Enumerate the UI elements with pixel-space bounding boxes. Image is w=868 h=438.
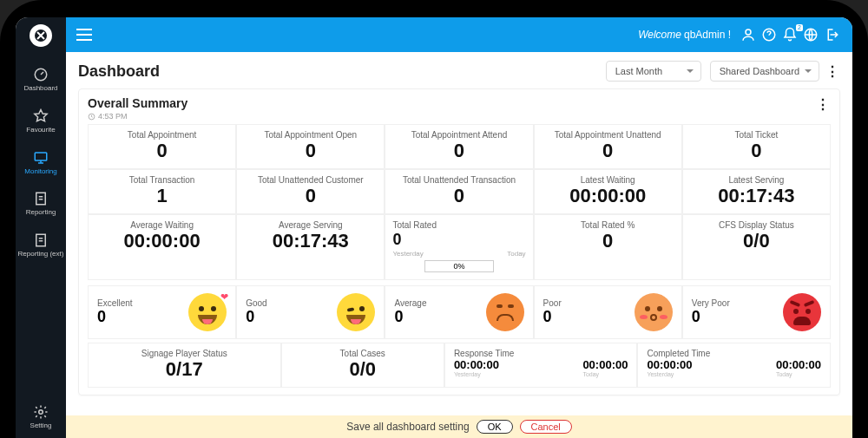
svg-point-5 [39,410,43,415]
svg-point-6 [746,29,751,35]
app-logo [30,24,52,47]
rated-progress: 0% [424,260,494,272]
stat-cell: Signage Player Status0/17 [88,343,281,388]
sidebar-item-label: Setting [30,422,52,430]
face-good-icon [337,293,375,331]
stat-cell: Total Appointment Unattend0 [534,124,682,169]
save-bar: Save all dashboard setting OK Cancel [66,415,852,438]
stat-cell-response-time: Response Time 00:00:00Yesterday 00:00:00… [444,343,638,388]
stat-cell: CFS Display Status0/0 [682,214,831,280]
sidebar-item-label: Dashboard [23,85,57,93]
sidebar-item-setting[interactable]: Setting [16,396,66,438]
feedback-poor: Poor0 [534,285,682,339]
overall-summary-card: Overall Summary 4:53 PM ⋮ Total Appointm… [78,88,840,396]
help-icon [761,27,777,42]
face-poor-icon [635,293,673,331]
stat-cell: Total Appointment Open0 [236,124,385,169]
svg-rect-2 [35,153,47,160]
feedback-row: Excellent0 ❤ Good0 Average0 Poor0 [88,285,831,339]
sidebar-item-reporting-ext[interactable]: Reporting (ext) [16,225,66,266]
cancel-button[interactable]: Cancel [520,420,572,434]
logout-button[interactable] [821,27,842,42]
card-menu-button[interactable]: ⋮ [815,96,831,113]
monitor-icon [33,150,49,166]
welcome-text: WelcomeqbAdmin ! [638,29,731,41]
sidebar-item-label: Reporting [26,209,56,217]
summary-row-3: Average Waiting00:00:00 Average Serving0… [88,214,831,280]
gauge-icon [33,67,49,82]
stat-cell: Total Appointment Attend0 [385,124,533,169]
gear-icon [33,404,49,420]
stat-cell: Total Ticket0 [682,124,831,169]
stat-cell: Average Serving00:17:43 [236,214,385,280]
user-icon [740,27,756,42]
menu-icon [76,29,92,41]
face-very-poor-icon [783,293,821,331]
card-timestamp: 4:53 PM [88,112,187,121]
summary-row-5: Signage Player Status0/17 Total Cases0/0… [88,343,831,388]
summary-row-2: Total Transaction1 Total Unattended Cust… [88,169,831,214]
globe-icon [803,27,819,42]
stat-cell: Total Rated %0 [534,214,682,280]
stat-cell: Average Waiting00:00:00 [88,214,236,280]
stat-cell-completed-time: Completed Time 00:00:00Yesterday 00:00:0… [637,343,831,388]
clock-icon [88,113,95,121]
page-title: Dashboard [78,62,160,81]
summary-row-1: Total Appointment0 Total Appointment Ope… [88,124,831,169]
face-average-icon [486,293,524,331]
sidebar-item-dashboard[interactable]: Dashboard [16,59,66,101]
stat-cell: Latest Serving00:17:43 [682,169,831,214]
stat-cell-total-rated: Total Rated 0 YesterdayToday 0% [385,214,533,280]
view-dropdown[interactable]: Shared Dashboard [710,61,819,82]
globe-button[interactable] [800,27,821,42]
hamburger-button[interactable] [76,29,92,41]
notifications-button[interactable]: 2 [779,27,800,42]
stat-cell: Total Cases0/0 [281,343,444,388]
feedback-very-poor: Very Poor0 [682,285,831,339]
help-button[interactable] [759,27,779,42]
stat-cell: Latest Waiting00:00:00 [534,169,682,214]
logout-icon [824,27,839,42]
sidebar-item-favourite[interactable]: Favourite [16,101,66,142]
ok-button[interactable]: OK [477,420,513,434]
card-title: Overall Summary [88,96,187,110]
face-excellent-icon: ❤ [188,293,227,331]
feedback-excellent: Excellent0 ❤ [88,285,236,339]
sidebar-item-label: Reporting (ext) [18,251,64,258]
save-bar-text: Save all dashboard setting [346,421,469,433]
star-icon [33,108,49,124]
stat-cell: Total Appointment0 [88,124,236,169]
report-ext-icon [33,232,49,248]
page-menu-button[interactable]: ⋮ [825,63,840,80]
stat-cell: Total Unattended Transaction0 [385,169,533,214]
stat-cell: Total Unattended Customer0 [236,169,385,214]
sidebar-item-label: Monitoring [24,168,56,176]
range-dropdown[interactable]: Last Month [606,61,701,82]
user-button[interactable] [738,27,759,42]
sidebar-item-monitoring[interactable]: Monitoring [16,142,66,184]
feedback-good: Good0 [236,285,385,339]
topbar: WelcomeqbAdmin ! 2 [66,17,852,52]
sidebar-item-label: Favourite [26,127,55,134]
sidebar: Dashboard Favourite Monitoring Reporting… [16,17,66,438]
stat-cell: Total Transaction1 [88,169,236,214]
feedback-average: Average0 [385,285,533,339]
report-icon [33,191,49,206]
sidebar-item-reporting[interactable]: Reporting [16,183,66,225]
